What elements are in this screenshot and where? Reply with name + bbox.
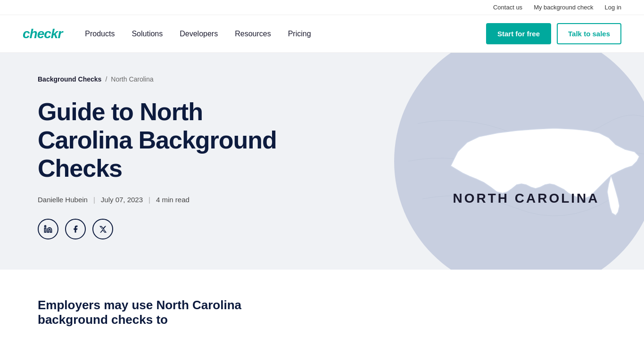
x-twitter-icon[interactable] (92, 219, 113, 239)
talk-to-sales-button[interactable]: Talk to sales (557, 23, 621, 44)
social-icons (38, 219, 302, 239)
login-link[interactable]: Log in (605, 4, 621, 11)
svg-rect-0 (45, 228, 46, 232)
meta-divider-1: | (93, 196, 95, 204)
linkedin-icon[interactable] (38, 219, 58, 239)
nav-developers[interactable]: Developers (180, 30, 218, 38)
hero-date: July 07, 2023 (101, 196, 143, 204)
breadcrumb-current: North Carolina (111, 75, 153, 83)
start-for-free-button[interactable]: Start for free (486, 23, 551, 44)
nav-products[interactable]: Products (85, 30, 115, 38)
nav-solutions[interactable]: Solutions (132, 30, 163, 38)
top-bar: Contact us My background check Log in (0, 0, 644, 15)
breadcrumb: Background Checks / North Carolina (38, 75, 302, 83)
nc-state-svg (394, 53, 644, 270)
facebook-icon[interactable] (65, 219, 86, 239)
hero-meta: Danielle Hubein | July 07, 2023 | 4 min … (38, 196, 302, 204)
my-background-check-link[interactable]: My background check (534, 4, 593, 11)
breadcrumb-separator: / (105, 75, 107, 83)
main-navbar: checkr Products Solutions Developers Res… (0, 15, 644, 53)
meta-divider-2: | (149, 196, 150, 204)
hero-content: Background Checks / North Carolina Guide… (38, 75, 302, 239)
contact-us-link[interactable]: Contact us (493, 4, 522, 11)
svg-point-1 (45, 226, 46, 227)
nav-resources[interactable]: Resources (235, 30, 271, 38)
bottom-section: Employers may use North Carolina backgro… (0, 270, 644, 346)
hero-section: Background Checks / North Carolina Guide… (0, 53, 644, 270)
nav-actions: Start for free Talk to sales (486, 23, 621, 44)
breadcrumb-parent[interactable]: Background Checks (38, 75, 101, 83)
nav-links: Products Solutions Developers Resources … (85, 30, 486, 38)
hero-title: Guide to North Carolina Background Check… (38, 98, 302, 182)
state-label: NORTH CAROLINA (453, 191, 599, 206)
nav-pricing[interactable]: Pricing (288, 30, 311, 38)
hero-map-illustration: NORTH CAROLINA (389, 53, 644, 270)
hero-author: Danielle Hubein (38, 196, 88, 204)
bottom-title: Employers may use North Carolina backgro… (38, 298, 273, 327)
logo[interactable]: checkr (23, 26, 62, 41)
map-circle: NORTH CAROLINA (394, 53, 644, 270)
hero-read-time: 4 min read (156, 196, 190, 204)
